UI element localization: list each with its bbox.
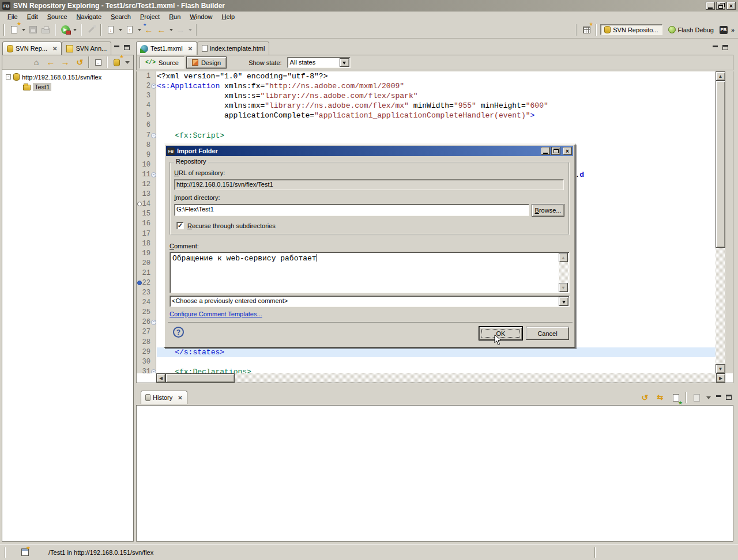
open-perspective-icon[interactable]: ★	[581, 24, 592, 36]
menu-project[interactable]: Project	[136, 13, 164, 21]
dialog-maximize-button[interactable]	[551, 147, 560, 155]
close-history-tab-icon[interactable]: ✕	[178, 395, 182, 401]
minimize-history-icon[interactable]	[715, 395, 722, 401]
run-configurations-icon[interactable]: ▶	[59, 24, 71, 36]
close-tab-icon[interactable]: ✕	[52, 46, 57, 52]
tab-history[interactable]: History ✕	[141, 391, 187, 404]
back-dropdown-icon[interactable]	[168, 24, 174, 36]
window-restore-button[interactable]	[716, 2, 725, 10]
history-refresh-icon[interactable]: ↺	[639, 392, 650, 403]
perspective-flash-debug[interactable]: Flash Debug	[666, 25, 716, 35]
hscroll-thumb[interactable]	[165, 373, 235, 383]
collapse-node-icon[interactable]: -	[6, 74, 11, 80]
menu-run[interactable]: Run	[165, 13, 184, 21]
previous-annotation-dropdown-icon[interactable]	[137, 24, 142, 36]
fold-collapse-icon[interactable]: -	[151, 133, 156, 138]
recurse-checkbox[interactable]: ✓	[176, 222, 184, 229]
menu-file[interactable]: File	[3, 13, 22, 21]
menu-edit[interactable]: Edit	[23, 13, 42, 21]
annotation-marker[interactable]	[137, 202, 142, 206]
code-line-6[interactable]	[157, 120, 716, 130]
back-icon[interactable]: ←	[156, 24, 167, 36]
flash-perspective-icon[interactable]: FB	[720, 26, 728, 34]
window-close-button[interactable]: ×	[726, 2, 736, 10]
scroll-down-icon[interactable]: ▼	[716, 364, 725, 373]
link-with-editor-icon[interactable]: ⇆	[654, 392, 666, 403]
url-of-repository-field[interactable]: http://192.168.0.151/svn/flex/Test1	[174, 179, 564, 190]
maximize-history-icon[interactable]	[725, 395, 732, 401]
source-mode-button[interactable]: </> Source	[140, 56, 184, 69]
next-annotation-icon[interactable]: ↓	[105, 24, 116, 36]
scroll-right-icon[interactable]: ▶	[716, 373, 725, 383]
next-annotation-dropdown-icon[interactable]	[118, 24, 123, 36]
minimize-view-icon[interactable]	[113, 45, 121, 51]
code-line-2[interactable]: <s:Application xmlns:fx="http://ns.adobe…	[157, 81, 716, 91]
new-wizard-icon[interactable]: ★	[8, 24, 20, 36]
fast-view-icon[interactable]: ★	[21, 548, 29, 556]
help-icon[interactable]: ?	[173, 327, 184, 338]
browse-button[interactable]: Browse...	[532, 204, 564, 217]
perspective-overflow-chevron[interactable]: »	[731, 27, 735, 33]
code-line-31[interactable]: <fx:Declarations>	[157, 367, 716, 373]
run-configurations-dropdown-icon[interactable]	[72, 24, 77, 36]
code-line-3[interactable]: xmlns:s="library://ns.adobe.com/flex/spa…	[157, 91, 716, 101]
tab-svn-repositories[interactable]: SVN Rep... ✕	[2, 41, 62, 55]
fold-collapse-icon[interactable]: -	[151, 84, 156, 89]
dialog-close-button[interactable]: ×	[563, 147, 572, 155]
home-icon[interactable]: ⌂	[31, 56, 42, 68]
tab-svn-annotate[interactable]: SVN Ann...	[62, 41, 111, 55]
tree-node-repository[interactable]: - http://192.168.0.151/svn/flex	[6, 72, 133, 82]
code-line-5[interactable]: applicationComplete="application1_applic…	[157, 111, 716, 120]
menu-window[interactable]: Window	[186, 13, 216, 21]
back-icon[interactable]: ←	[45, 56, 57, 68]
previous-comment-combobox[interactable]: <Choose a previously entered comment>	[170, 296, 570, 307]
vscroll-thumb[interactable]	[716, 81, 725, 248]
minimize-editor-icon[interactable]	[711, 45, 719, 51]
fold-collapse-icon[interactable]: -	[151, 172, 156, 177]
view-menu-icon[interactable]	[125, 61, 130, 66]
new-repository-location-icon[interactable]: ★	[111, 56, 122, 68]
menu-help[interactable]: Help	[218, 13, 239, 21]
dialog-titlebar[interactable]: FB Import Folder ×	[166, 146, 573, 156]
show-state-combobox[interactable]: All states	[287, 57, 351, 68]
code-line-7[interactable]: <fx:Script>	[157, 131, 716, 141]
last-edit-location-icon[interactable]: ←★	[143, 24, 155, 36]
scroll-left-icon[interactable]: ◀	[156, 373, 165, 383]
code-line-29[interactable]: </s:states>	[157, 347, 716, 357]
comment-scroll-down-icon[interactable]: ▼	[559, 283, 568, 292]
history-view-menu-icon[interactable]	[706, 396, 711, 402]
import-directory-field[interactable]: G:\Flex\Test1	[174, 204, 529, 216]
menu-search[interactable]: Search	[107, 13, 135, 21]
breakpoint-marker[interactable]	[137, 281, 142, 285]
tree-node-test1[interactable]: Test1	[6, 82, 133, 92]
comment-combo-arrow-icon[interactable]	[559, 297, 568, 306]
perspective-svn-repository[interactable]: SVN Reposito...	[600, 24, 662, 35]
tab-test1-mxml[interactable]: Test1.mxml ✕	[136, 41, 197, 55]
design-mode-button[interactable]: Design	[186, 56, 227, 69]
compare-mode-icon[interactable]: ★	[670, 392, 681, 403]
close-editor-tab-icon[interactable]: ✕	[188, 46, 193, 52]
forward-icon[interactable]: →	[59, 56, 71, 68]
comment-scrollbar[interactable]: ▲ ▼	[559, 253, 568, 292]
code-line-30[interactable]	[157, 357, 716, 367]
comment-scroll-up-icon[interactable]: ▲	[559, 253, 568, 262]
combo-arrow-icon[interactable]	[340, 58, 349, 67]
scroll-up-icon[interactable]: ▲	[716, 71, 725, 81]
previous-annotation-icon[interactable]: ↑	[124, 24, 135, 36]
code-line-1[interactable]: <?xml version="1.0" encoding="utf-8"?>	[157, 71, 716, 81]
code-line-4[interactable]: xmlns:mx="library://ns.adobe.com/flex/mx…	[157, 101, 716, 111]
maximize-editor-icon[interactable]	[721, 45, 729, 51]
new-wizard-dropdown-icon[interactable]	[21, 24, 26, 36]
fold-collapse-icon[interactable]: -	[151, 369, 156, 373]
editor-hscrollbar[interactable]: ◀ ▶	[156, 373, 725, 383]
tab-index-template-html[interactable]: index.template.html	[197, 41, 269, 55]
comment-textarea[interactable]: Обращение к web-сервису работает ▲ ▼	[170, 252, 570, 293]
editor-vscrollbar[interactable]: ▲ ▼	[716, 71, 725, 373]
fold-collapse-icon[interactable]: -	[151, 320, 156, 325]
dialog-minimize-button[interactable]	[541, 147, 550, 155]
window-minimize-button[interactable]	[706, 2, 715, 10]
maximize-view-icon[interactable]	[123, 45, 130, 51]
cancel-button[interactable]: Cancel	[526, 327, 569, 340]
menu-navigate[interactable]: Navigate	[73, 13, 106, 21]
menu-source[interactable]: Source	[43, 13, 71, 21]
